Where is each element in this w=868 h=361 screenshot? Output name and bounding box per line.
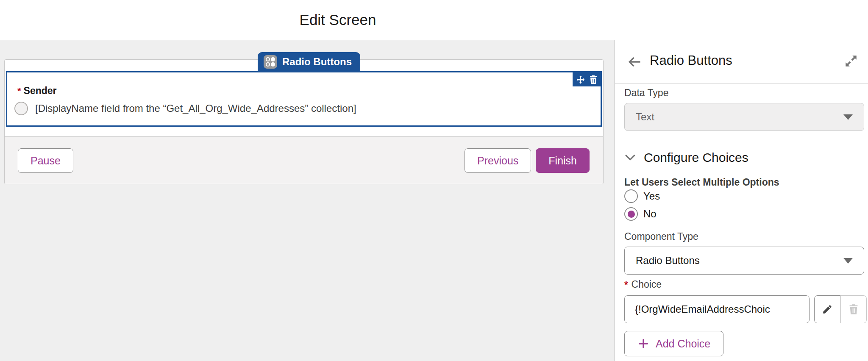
choice-actions [814,295,867,323]
data-type-label: Data Type [624,87,668,99]
configure-choices-section-toggle[interactable]: Configure Choices [623,148,748,167]
page-title: Edit Screen [0,0,676,40]
radio-yes-input[interactable] [624,189,638,203]
chevron-down-icon [623,151,637,164]
field-label: * Sender [17,85,57,97]
section-divider [615,146,868,146]
multi-select-option-no[interactable]: No [624,207,657,221]
screen-preview-card: * Sender [DisplayName field from the “Ge… [4,59,604,184]
pause-button[interactable]: Pause [18,148,73,173]
radio-buttons-icon [264,55,277,69]
multi-select-label: Let Users Select Multiple Options [624,177,779,188]
data-type-value: Text [636,111,654,123]
caret-down-icon [843,258,853,264]
radio-input[interactable] [14,102,28,115]
expand-icon[interactable] [843,53,859,69]
delete-choice-button-disabled[interactable] [840,295,867,323]
panel-title: Radio Buttons [650,53,732,68]
field-label-text: Sender [24,85,57,97]
plus-icon [637,338,649,350]
pencil-icon [822,304,833,315]
back-arrow-icon[interactable] [627,54,642,69]
data-type-combobox: Text [624,103,864,131]
footer-right-buttons: Previous Finish [465,148,590,173]
screen-footer: Pause Previous Finish [5,136,603,184]
edit-choice-button[interactable] [814,295,840,323]
radio-no-input[interactable] [624,207,638,221]
add-choice-label: Add Choice [656,338,710,350]
choice-input[interactable] [624,295,810,323]
radio-option-label: [DisplayName field from the “Get_All_Org… [35,103,356,114]
radio-option-row: [DisplayName field from the “Get_All_Org… [14,102,356,115]
component-tab-label: Radio Buttons [282,56,352,68]
radio-buttons-component[interactable]: * Sender [DisplayName field from the “Ge… [6,71,602,127]
choice-label-text: Choice [632,279,662,290]
component-actions [573,72,601,86]
move-icon[interactable] [576,75,585,84]
add-choice-button[interactable]: Add Choice [624,331,723,356]
component-tab-radio-buttons[interactable]: Radio Buttons [258,52,360,72]
multi-select-option-yes[interactable]: Yes [624,189,660,203]
configure-choices-heading: Configure Choices [644,150,748,165]
choice-label: * Choice [624,279,662,290]
trash-icon[interactable] [589,75,598,84]
required-marker: * [624,279,628,290]
screen-canvas: Radio Buttons * Sender [DisplayName fiel… [0,40,615,361]
panel-header: Radio Buttons [615,40,868,83]
properties-panel: Radio Buttons Data Type Text Configure C… [615,40,868,361]
caret-down-icon [843,114,853,120]
trash-icon [849,304,859,315]
previous-button[interactable]: Previous [465,148,531,173]
component-type-combobox[interactable]: Radio Buttons [624,247,864,275]
component-type-value: Radio Buttons [636,255,700,267]
dialog-header: Edit Screen [0,0,868,40]
required-marker: * [17,86,21,97]
component-type-label: Component Type [624,231,698,242]
finish-button[interactable]: Finish [536,148,590,173]
